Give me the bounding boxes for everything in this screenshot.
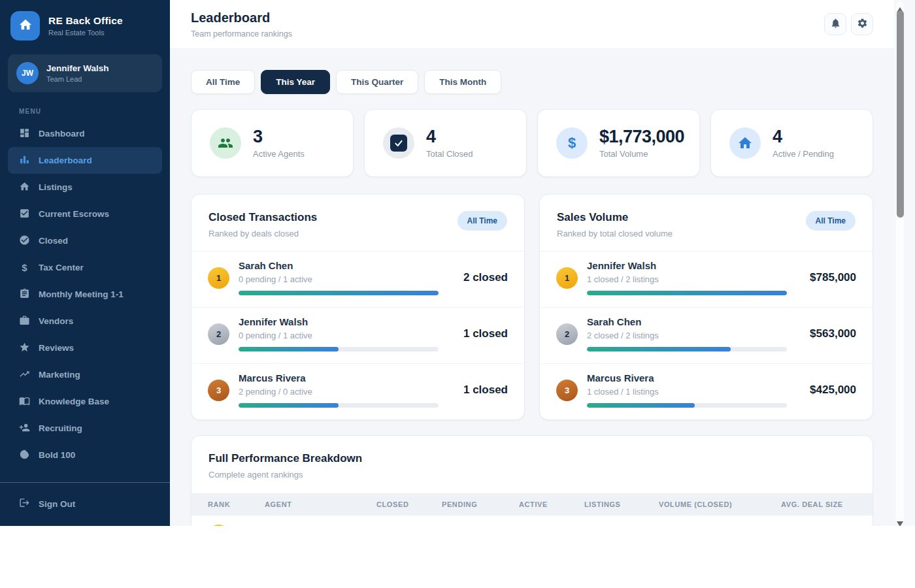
stat-active-pending: 4 Active / Pending [710, 109, 873, 177]
sidebar-item-dashboard[interactable]: Dashboard [8, 120, 162, 147]
agent-name: Jennifer Walsh [587, 260, 787, 271]
clipboard-icon [19, 288, 30, 301]
sidebar-item-tax-center[interactable]: $ Tax Center [8, 254, 162, 281]
page-title: Leaderboard [191, 10, 292, 25]
progress-fill [239, 403, 339, 408]
rank-value: 1 closed [448, 384, 508, 397]
scroll-body: All Time This Year This Quarter This Mon… [170, 49, 894, 526]
home-icon [729, 127, 761, 159]
sidebar-item-label: Marketing [39, 370, 80, 380]
progress-fill [587, 347, 731, 351]
rank-row[interactable]: 2 Jennifer Walsh 0 pending / 1 active 1 … [191, 308, 524, 364]
sidebar-item-label: Current Escrows [39, 209, 109, 219]
progress-fill [587, 291, 787, 295]
rank-badge: 3 [208, 380, 229, 401]
rank-badge: 2 [556, 323, 578, 345]
check-square-icon [19, 208, 30, 221]
panel-title: Closed Transactions [208, 211, 317, 224]
scrollbar-up-arrow[interactable] [897, 3, 903, 8]
sidebar-item-current-escrows[interactable]: Current Escrows [8, 201, 162, 227]
home-icon [18, 18, 33, 35]
column-header: RANK [208, 500, 265, 508]
sidebar-item-monthly-meeting[interactable]: Monthly Meeting 1-1 [8, 281, 162, 308]
home-icon [19, 181, 30, 194]
column-header: AGENT [265, 500, 376, 508]
sidebar-item-leaderboard[interactable]: Leaderboard [8, 147, 162, 174]
rank-value: $785,000 [796, 271, 856, 284]
sidebar-item-label: Reviews [39, 343, 74, 353]
agent-name: Sarah Chen [587, 316, 787, 327]
agent-name: Jennifer Walsh [239, 316, 439, 327]
filter-all-time[interactable]: All Time [191, 70, 255, 94]
rank-badge: 1 [556, 267, 578, 289]
agent-detail: 1 closed / 1 listings [587, 387, 787, 397]
column-header: PENDING [442, 500, 519, 508]
panel-title: Full Performance Breakdown [208, 452, 362, 465]
header-actions [824, 13, 873, 35]
column-header: VOLUME (CLOSED) [659, 500, 781, 508]
sidebar-item-listings[interactable]: Listings [8, 174, 162, 201]
sidebar-item-label: Bold 100 [39, 450, 75, 460]
sidebar-item-closed[interactable]: Closed [8, 227, 162, 254]
agent-detail: 0 pending / 1 active [239, 331, 439, 340]
rank-value: $563,000 [796, 327, 856, 340]
brand: RE Back Office Real Estate Tools [0, 0, 170, 50]
filter-this-year[interactable]: This Year [261, 70, 330, 94]
progress-fill [239, 291, 439, 295]
sidebar-item-vendors[interactable]: Vendors [8, 308, 162, 335]
progress-fill [587, 403, 695, 408]
all-time-badge: All Time [806, 211, 856, 231]
panel-subtitle: Ranked by deals closed [208, 229, 317, 238]
progress-track [587, 403, 787, 408]
rank-row[interactable]: 1 Jennifer Walsh 1 closed / 2 listings $… [540, 252, 873, 308]
notifications-button[interactable] [824, 13, 846, 35]
agent-name: Marcus Rivera [587, 372, 787, 384]
sidebar-item-bold-100[interactable]: Bold 100 [8, 442, 162, 468]
rank-badge: 2 [208, 323, 229, 345]
check-circle-icon [19, 235, 30, 248]
loop-icon [19, 449, 30, 462]
sidebar-item-label: Recruiting [39, 423, 82, 433]
stat-total-closed: 4 Total Closed [364, 109, 527, 177]
gear-icon [857, 18, 868, 31]
main-content: Leaderboard Team performance rankings Al… [170, 0, 894, 526]
ranking-panels: Closed Transactions Ranked by deals clos… [191, 194, 873, 420]
progress-track [587, 291, 787, 295]
trending-up-icon [19, 368, 30, 382]
settings-button[interactable] [851, 13, 873, 35]
rank-row[interactable]: 3 Marcus Rivera 2 pending / 0 active 1 c… [191, 364, 524, 419]
sidebar-item-marketing[interactable]: Marketing [8, 361, 162, 388]
rank-row[interactable]: 1 Sarah Chen 0 pending / 1 active 2 clos… [191, 252, 524, 308]
sidebar-item-recruiting[interactable]: Recruiting [8, 415, 162, 442]
bar-chart-icon [19, 154, 30, 167]
rank-row[interactable]: 3 Marcus Rivera 1 closed / 1 listings $4… [540, 364, 873, 419]
stat-label: Total Closed [426, 149, 473, 159]
all-time-badge: All Time [458, 211, 507, 231]
bell-icon [830, 18, 841, 31]
time-filter-group: All Time This Year This Quarter This Mon… [191, 70, 873, 94]
sidebar-item-label: Dashboard [39, 129, 85, 139]
brand-title: RE Back Office [48, 15, 123, 27]
agent-detail: 2 pending / 0 active [239, 387, 439, 397]
sidebar-item-reviews[interactable]: Reviews [8, 335, 162, 361]
scrollbar-down-arrow[interactable] [897, 517, 903, 523]
scrollbar-thumb[interactable] [897, 10, 904, 218]
user-card[interactable]: JW Jennifer Walsh Team Lead [8, 54, 162, 92]
page-bottom-whitespace [0, 526, 915, 588]
filter-this-quarter[interactable]: This Quarter [336, 70, 418, 94]
closed-transactions-panel: Closed Transactions Ranked by deals clos… [191, 194, 525, 420]
sidebar-item-knowledge-base[interactable]: Knowledge Base [8, 388, 162, 415]
brand-logo [10, 11, 40, 41]
rank-badge: 3 [556, 380, 578, 401]
filter-this-month[interactable]: This Month [424, 70, 501, 94]
agent-detail: 1 closed / 2 listings [587, 274, 787, 284]
sign-out-button[interactable]: Sign Out [8, 491, 162, 517]
rank-row[interactable]: 2 Sarah Chen 2 closed / 2 listings $563,… [540, 308, 873, 364]
progress-track [587, 347, 787, 351]
agent-name: Sarah Chen [239, 260, 439, 271]
users-icon [210, 127, 241, 159]
person-add-icon [19, 422, 30, 435]
progress-fill [239, 347, 339, 351]
table-row[interactable]: 1 Jennifer Walsh 1 0 1 2 $785,000 $785,0… [191, 515, 873, 526]
stat-value: 4 [773, 127, 834, 146]
